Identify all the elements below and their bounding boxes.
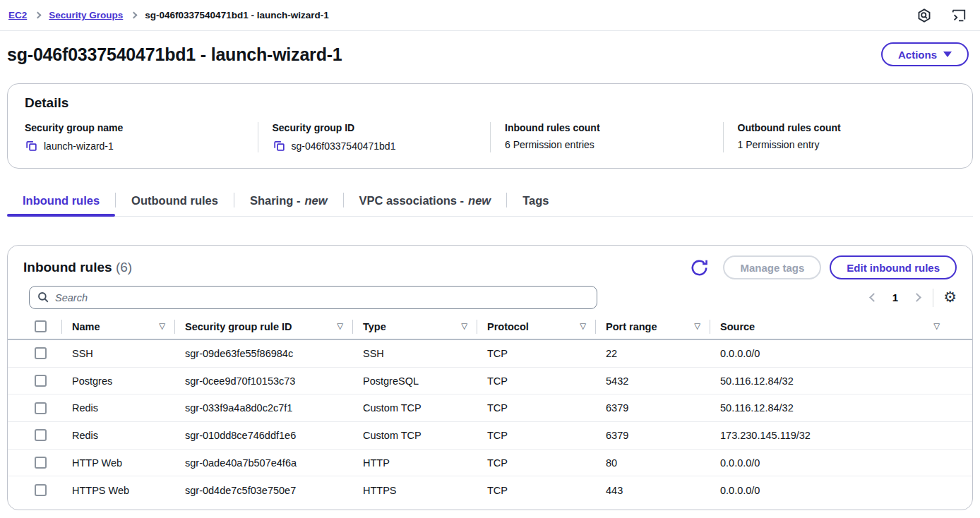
breadcrumb: EC2 Security Groups sg-046f0337540471bd1… bbox=[8, 10, 329, 20]
copy-icon[interactable] bbox=[273, 139, 286, 152]
pager-divider bbox=[933, 289, 933, 307]
row-checkbox[interactable] bbox=[35, 457, 47, 469]
cell-protocol: TCP bbox=[477, 457, 595, 469]
security-group-name-value: launch-wizard-1 bbox=[44, 140, 114, 152]
column-label: Type bbox=[363, 321, 386, 332]
chevron-left-icon bbox=[869, 293, 878, 302]
column-header-type[interactable]: Type ▽ bbox=[352, 319, 477, 335]
search-icon bbox=[37, 291, 49, 306]
tab-label: Tags bbox=[522, 194, 549, 207]
page-number[interactable]: 1 bbox=[890, 291, 901, 303]
chevron-right-icon bbox=[912, 293, 921, 302]
cell-type: SSH bbox=[352, 348, 477, 359]
detail-field-outbound-rules-count: Outbound rules count 1 Permission entry bbox=[723, 122, 956, 152]
breadcrumb-current-page: sg-046f0337540471bd1 - launch-wizard-1 bbox=[145, 10, 328, 20]
cell-type: HTTP bbox=[352, 457, 477, 469]
cell-port-range: 5432 bbox=[595, 375, 710, 387]
breadcrumb-link-security-groups[interactable]: Security Groups bbox=[49, 10, 123, 20]
manage-tags-button[interactable]: Manage tags bbox=[723, 255, 821, 279]
table-row: HTTPS Web sgr-0d4de7c5f03e750e7 HTTPS TC… bbox=[8, 476, 972, 504]
column-label: Security group rule ID bbox=[185, 321, 292, 332]
detail-field-security-group-name: Security group name launch-wizard-1 bbox=[25, 122, 258, 152]
field-label: Outbound rules count bbox=[738, 122, 945, 133]
field-label: Inbound rules count bbox=[505, 122, 712, 133]
tab-bar: Inbound rules Outbound rules Sharing - n… bbox=[7, 190, 973, 217]
tab-label: Inbound rules bbox=[23, 194, 100, 207]
column-header-port-range[interactable]: Port range ▽ bbox=[595, 319, 710, 335]
column-label: Name bbox=[72, 321, 100, 332]
next-page-button[interactable] bbox=[911, 291, 923, 303]
panel-title: Inbound rules (6) bbox=[23, 260, 132, 275]
cell-name: Redis bbox=[61, 402, 174, 414]
amazon-q-button[interactable] bbox=[916, 8, 932, 23]
cell-port-range: 6379 bbox=[595, 430, 710, 441]
cell-rule-id: sgr-0d4de7c5f03e750e7 bbox=[174, 485, 352, 496]
previous-page-button[interactable] bbox=[868, 291, 880, 303]
table-row: SSH sgr-09de63fe55f86984c SSH TCP 22 0.0… bbox=[8, 340, 972, 368]
column-label: Port range bbox=[606, 321, 657, 332]
column-header-protocol[interactable]: Protocol ▽ bbox=[477, 319, 595, 335]
row-checkbox[interactable] bbox=[35, 429, 47, 441]
cell-type: Custom TCP bbox=[352, 430, 477, 441]
cell-port-range: 443 bbox=[595, 485, 710, 496]
cloudshell-button[interactable] bbox=[950, 8, 967, 23]
cell-protocol: TCP bbox=[477, 430, 595, 441]
row-checkbox[interactable] bbox=[35, 375, 47, 387]
column-header-name[interactable]: Name ▽ bbox=[61, 319, 174, 335]
cloudshell-terminal-icon bbox=[950, 8, 967, 23]
cell-name: SSH bbox=[61, 348, 174, 359]
tab-new-badge: new bbox=[468, 194, 491, 207]
tab-vpc-associations[interactable]: VPC associations - new bbox=[344, 190, 507, 216]
row-checkbox[interactable] bbox=[35, 402, 47, 414]
sort-filter-icon: ▽ bbox=[159, 323, 165, 331]
breadcrumb-link-ec2[interactable]: EC2 bbox=[8, 10, 27, 20]
cell-rule-id: sgr-033f9a4a8d0c2c7f1 bbox=[174, 402, 352, 414]
panel-count: (6) bbox=[116, 260, 132, 275]
tab-label: VPC associations - bbox=[359, 194, 465, 207]
tab-tags[interactable]: Tags bbox=[507, 190, 564, 216]
cell-name: Postgres bbox=[61, 375, 174, 387]
refresh-button[interactable] bbox=[688, 257, 710, 279]
edit-inbound-rules-label: Edit inbound rules bbox=[847, 262, 940, 274]
cell-rule-id: sgr-0cee9d70f10153c73 bbox=[174, 375, 352, 387]
details-card: Details Security group name launch-wizar… bbox=[7, 83, 973, 169]
tab-sharing[interactable]: Sharing - new bbox=[234, 190, 343, 216]
table-row: Postgres sgr-0cee9d70f10153c73 PostgreSQ… bbox=[8, 368, 972, 395]
security-group-id-value: sg-046f0337540471bd1 bbox=[292, 140, 396, 152]
outbound-rules-count-value: 1 Permission entry bbox=[738, 139, 820, 150]
amazon-q-hexagon-icon bbox=[916, 8, 932, 23]
sort-filter-icon: ▽ bbox=[337, 323, 343, 331]
actions-button[interactable]: Actions bbox=[881, 42, 969, 66]
cell-type: Custom TCP bbox=[352, 402, 477, 414]
cell-rule-id: sgr-0ade40a7b507e4f6a bbox=[174, 457, 352, 469]
tab-label: Outbound rules bbox=[131, 194, 218, 207]
cell-port-range: 80 bbox=[595, 457, 710, 469]
panel-title-text: Inbound rules bbox=[23, 260, 112, 275]
tab-outbound-rules[interactable]: Outbound rules bbox=[116, 190, 234, 216]
table-settings-button[interactable]: ⚙ bbox=[943, 290, 957, 305]
inbound-rules-count-value: 6 Permission entries bbox=[505, 139, 594, 150]
gear-icon: ⚙ bbox=[943, 290, 957, 305]
copy-icon[interactable] bbox=[25, 139, 38, 152]
select-all-checkbox[interactable] bbox=[35, 320, 47, 332]
cell-name: Redis bbox=[61, 430, 174, 441]
cell-name: HTTPS Web bbox=[61, 485, 174, 496]
refresh-icon bbox=[688, 257, 710, 279]
column-header-rule-id[interactable]: Security group rule ID ▽ bbox=[174, 319, 352, 335]
caret-down-icon bbox=[943, 52, 952, 57]
cell-source: 0.0.0.0/0 bbox=[710, 457, 972, 469]
cell-protocol: TCP bbox=[477, 348, 595, 359]
page-title: sg-046f0337540471bd1 - launch-wizard-1 bbox=[7, 44, 342, 65]
tab-inbound-rules[interactable]: Inbound rules bbox=[7, 190, 115, 216]
column-header-source[interactable]: Source ▽ bbox=[710, 319, 972, 335]
row-checkbox[interactable] bbox=[35, 347, 47, 359]
cell-protocol: TCP bbox=[477, 402, 595, 414]
edit-inbound-rules-button[interactable]: Edit inbound rules bbox=[830, 255, 957, 279]
manage-tags-label: Manage tags bbox=[740, 262, 804, 274]
search-input[interactable] bbox=[29, 286, 597, 309]
table-row: Redis sgr-010dd8ce746ddf1e6 Custom TCP T… bbox=[8, 422, 972, 450]
field-label: Security group ID bbox=[273, 122, 479, 133]
field-label: Security group name bbox=[25, 122, 246, 133]
row-checkbox[interactable] bbox=[35, 484, 47, 496]
cell-protocol: TCP bbox=[477, 485, 595, 496]
